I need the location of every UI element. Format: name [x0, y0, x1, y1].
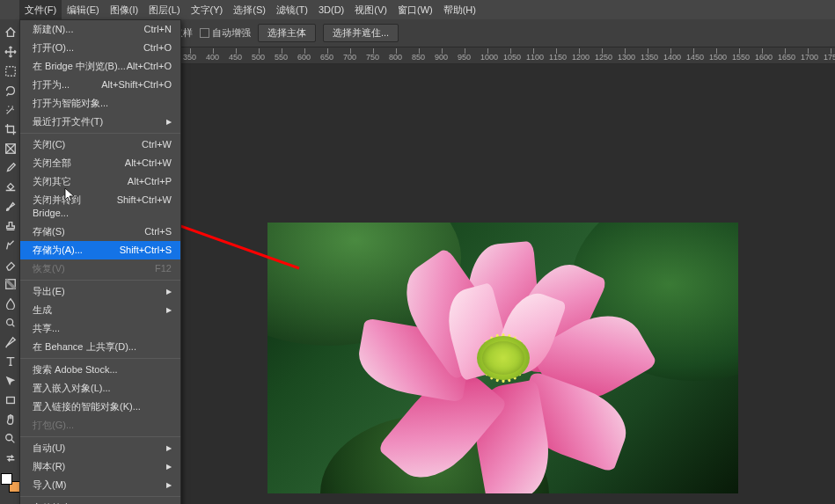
menu-item[interactable]: 导入(M)▶: [20, 476, 180, 494]
crop-tool[interactable]: [2, 121, 19, 138]
menu-item-label: 关闭其它: [33, 175, 71, 188]
brush-tool[interactable]: [2, 198, 19, 215]
menu-item-label: 最近打开文件(T): [33, 115, 103, 128]
menu-item-shortcut: ▶: [166, 460, 172, 473]
menu-item-shortcut: Alt+Ctrl+P: [128, 175, 172, 188]
menubar: 文件(F)编辑(E)图像(I)图层(L)文字(Y)选择(S)滤镜(T)3D(D)…: [0, 0, 835, 19]
color-swatches[interactable]: [1, 473, 20, 493]
menu-item[interactable]: 在 Bridge 中浏览(B)...Alt+Ctrl+O: [20, 57, 180, 76]
menu-item: 打包(G)...: [20, 416, 180, 435]
document-image[interactable]: [267, 223, 738, 493]
svg-rect-4: [6, 398, 14, 404]
frame-tool[interactable]: [2, 140, 19, 157]
menu-item[interactable]: 共享...: [20, 319, 180, 338]
menu-选择[interactable]: 选择(S): [228, 0, 271, 19]
pen-tool[interactable]: [2, 333, 19, 351]
menu-item[interactable]: 打开为...Alt+Shift+Ctrl+O: [20, 76, 180, 94]
menu-item-shortcut: Ctrl+W: [142, 138, 172, 151]
menu-item[interactable]: 存储为(A)...Shift+Ctrl+S: [20, 241, 180, 259]
menu-item-shortcut: Ctrl+O: [143, 41, 172, 55]
menu-item[interactable]: 存储(S)Ctrl+S: [20, 223, 180, 241]
menu-帮助[interactable]: 帮助(H): [438, 0, 481, 19]
menu-item[interactable]: 打开为智能对象...: [20, 94, 180, 113]
zoom-tool[interactable]: [2, 430, 19, 448]
hand-tool[interactable]: [2, 411, 19, 428]
menu-item[interactable]: 关闭其它Alt+Ctrl+P: [20, 172, 180, 191]
menu-item-label: 脚本(R): [33, 460, 65, 473]
menu-文件[interactable]: 文件(F): [19, 0, 62, 19]
menu-item[interactable]: 置入嵌入对象(L)...: [20, 379, 180, 398]
menu-item[interactable]: 在 Behance 上共享(D)...: [20, 338, 180, 356]
svg-rect-0: [5, 67, 15, 77]
menu-item-label: 导入(M): [33, 478, 67, 492]
menu-item[interactable]: 导出(E)▶: [20, 282, 180, 301]
menu-item-label: 置入链接的智能对象(K)...: [33, 400, 141, 413]
menu-item[interactable]: 打开(O)...Ctrl+O: [20, 39, 180, 57]
menu-item-label: 恢复(V): [33, 262, 65, 275]
menu-滤镜[interactable]: 滤镜(T): [271, 0, 313, 19]
eraser-tool[interactable]: [2, 256, 19, 274]
menu-item[interactable]: 搜索 Adobe Stock...: [20, 361, 180, 379]
stamp-tool[interactable]: [2, 217, 19, 235]
menu-item-label: 搜索 Adobe Stock...: [33, 363, 118, 376]
menu-item[interactable]: 关闭(C)Ctrl+W: [20, 135, 180, 154]
gradient-tool[interactable]: [2, 275, 19, 293]
menu-图像[interactable]: 图像(I): [105, 0, 143, 19]
menu-视图[interactable]: 视图(V): [349, 0, 392, 19]
menu-图层[interactable]: 图层(L): [143, 0, 185, 19]
svg-point-3: [6, 319, 12, 325]
menu-item-shortcut: F12: [155, 262, 172, 275]
select-subject-button[interactable]: 选择主体: [258, 24, 316, 42]
menu-item-label: 关闭全部: [33, 157, 71, 170]
rect-tool[interactable]: [2, 391, 19, 409]
home-tool[interactable]: [2, 24, 19, 41]
select-and-mask-button[interactable]: 选择并遮住...: [323, 24, 399, 42]
history-tool[interactable]: [2, 237, 19, 254]
menu-item-label: 打开(O)...: [33, 41, 74, 55]
checkbox-auto-enhance[interactable]: [200, 28, 209, 38]
patch-tool[interactable]: [2, 179, 19, 196]
eyedrop-tool[interactable]: [2, 159, 19, 177]
menu-item[interactable]: 脚本(R)▶: [20, 457, 180, 476]
menu-item[interactable]: 自动(U)▶: [20, 439, 180, 457]
marquee-tool[interactable]: [2, 62, 19, 80]
type-tool[interactable]: [2, 353, 19, 370]
menu-item-label: 打包(G)...: [33, 419, 74, 432]
menu-item-label: 生成: [33, 303, 52, 317]
menu-item-label: 存储(S): [33, 225, 65, 238]
menu-item[interactable]: 文件简介(F)...Alt+Shift+Ctrl+I: [20, 499, 180, 504]
swap-tool[interactable]: [2, 449, 19, 467]
menu-编辑[interactable]: 编辑(E): [62, 0, 105, 19]
menu-item[interactable]: 关闭全部Alt+Ctrl+W: [20, 154, 180, 172]
move-tool[interactable]: [2, 43, 19, 61]
wand-tool[interactable]: [2, 101, 19, 119]
menu-item[interactable]: 最近打开文件(T)▶: [20, 113, 180, 131]
menu-item[interactable]: 关闭并转到 Bridge...Shift+Ctrl+W: [20, 191, 180, 223]
menu-item-shortcut: Alt+Shift+Ctrl+O: [101, 78, 172, 91]
menu-窗口[interactable]: 窗口(W): [392, 0, 438, 19]
menu-item-shortcut: Ctrl+N: [144, 23, 172, 36]
menu-item-shortcut: ▶: [166, 442, 172, 455]
menu-item-label: 在 Bridge 中浏览(B)...: [33, 60, 126, 73]
lasso-tool[interactable]: [2, 82, 19, 99]
menu-item[interactable]: 置入链接的智能对象(K)...: [20, 398, 180, 416]
menu-item-label: 存储为(A)...: [33, 244, 83, 257]
menu-item-label: 在 Behance 上共享(D)...: [33, 340, 136, 354]
menu-item-shortcut: Shift+Ctrl+S: [120, 244, 172, 257]
svg-point-5: [5, 435, 11, 441]
menu-item-shortcut: ▶: [166, 285, 172, 298]
menu-文字[interactable]: 文字(Y): [186, 0, 229, 19]
menu-3d[interactable]: 3D(D): [313, 0, 349, 19]
toolbar: [0, 19, 21, 504]
path-tool[interactable]: [2, 372, 19, 390]
menu-item-shortcut: ▶: [166, 115, 172, 128]
menu-item[interactable]: 生成▶: [20, 301, 180, 319]
menu-item[interactable]: 新建(N)...Ctrl+N: [20, 20, 180, 39]
menu-item-label: 新建(N)...: [33, 23, 73, 36]
menu-item-label: 关闭并转到 Bridge...: [33, 194, 117, 220]
blur-tool[interactable]: [2, 295, 19, 312]
menu-item: 恢复(V)F12: [20, 259, 180, 278]
menu-item-label: 打开为...: [33, 78, 70, 91]
dodge-tool[interactable]: [2, 314, 19, 332]
menu-item-shortcut: Shift+Ctrl+W: [117, 194, 172, 220]
